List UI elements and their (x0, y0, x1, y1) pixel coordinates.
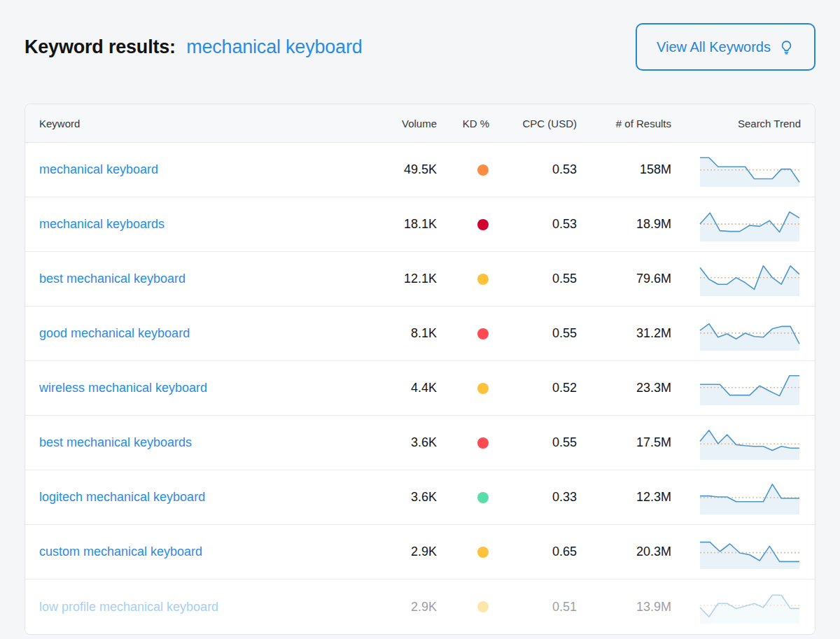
keyword-cell: wireless mechanical keyboard (39, 381, 367, 395)
cpc-cell: 0.55 (489, 272, 577, 286)
kd-difficulty-dot (477, 274, 489, 285)
table-row: custom mechanical keyboard 2.9K 0.65 20.… (25, 525, 815, 580)
results-cell: 31.2M (577, 326, 671, 341)
keyword-link[interactable]: mechanical keyboards (39, 217, 164, 231)
results-cell: 12.3M (577, 490, 671, 505)
table-row: mechanical keyboard 49.5K 0.53 158M (25, 143, 815, 197)
kd-difficulty-dot (477, 437, 489, 449)
kd-cell (437, 492, 489, 503)
search-trend-sparkline (699, 152, 801, 188)
kd-cell (437, 274, 489, 285)
trend-cell (671, 316, 801, 352)
view-all-keywords-label: View All Keywords (657, 39, 771, 55)
trend-cell (671, 261, 801, 297)
kd-difficulty-dot (477, 164, 489, 176)
results-cell: 17.5M (577, 435, 671, 450)
trend-cell (671, 206, 801, 243)
column-header-kd: KD % (437, 118, 489, 129)
cpc-cell: 0.53 (489, 162, 577, 177)
keyword-cell: mechanical keyboard (39, 162, 367, 177)
search-trend-sparkline (699, 370, 801, 407)
column-header-keyword: Keyword (39, 118, 367, 129)
search-trend-sparkline (699, 425, 801, 461)
volume-cell: 18.1K (367, 217, 437, 232)
volume-cell: 4.4K (367, 381, 437, 395)
volume-cell: 49.5K (367, 162, 437, 177)
volume-cell: 12.1K (367, 272, 437, 286)
kd-cell (437, 437, 489, 449)
table-row: logitech mechanical keyboard 3.6K 0.33 1… (25, 470, 815, 525)
trend-cell (671, 152, 801, 188)
lightbulb-icon (778, 39, 794, 55)
keyword-cell: mechanical keyboards (39, 217, 367, 232)
search-trend-sparkline (699, 589, 801, 625)
column-header-volume: Volume (367, 118, 437, 129)
table-row: best mechanical keyboards 3.6K 0.55 17.5… (25, 416, 815, 470)
keyword-results-table: Keyword Volume KD % CPC (USD) # of Resul… (24, 104, 816, 635)
cpc-cell: 0.53 (489, 217, 577, 232)
kd-cell (437, 547, 489, 558)
column-header-results: # of Results (577, 118, 671, 129)
kd-difficulty-dot (477, 219, 489, 230)
keyword-cell: good mechanical keyboard (39, 326, 367, 341)
trend-cell (671, 425, 801, 461)
table-row: best mechanical keyboard 12.1K 0.55 79.6… (25, 252, 815, 307)
cpc-cell: 0.33 (489, 490, 577, 505)
keyword-link[interactable]: good mechanical keyboard (39, 326, 190, 340)
trend-cell (671, 370, 801, 407)
trend-cell (671, 534, 801, 570)
kd-difficulty-dot (477, 383, 489, 394)
table-row: mechanical keyboards 18.1K 0.53 18.9M (25, 197, 815, 252)
column-header-trend: Search Trend (671, 118, 801, 129)
table-row: good mechanical keyboard 8.1K 0.55 31.2M (25, 307, 815, 361)
cpc-cell: 0.55 (489, 326, 577, 341)
keyword-link[interactable]: low profile mechanical keyboard (39, 600, 218, 614)
keyword-link[interactable]: best mechanical keyboards (39, 435, 192, 449)
kd-cell (437, 328, 489, 339)
page-title-label: Keyword results: (24, 36, 176, 57)
volume-cell: 3.6K (367, 490, 437, 505)
cpc-cell: 0.52 (489, 381, 577, 395)
kd-cell (437, 601, 489, 612)
cpc-cell: 0.65 (489, 545, 577, 559)
search-trend-sparkline (699, 316, 801, 352)
view-all-keywords-button[interactable]: View All Keywords (636, 23, 816, 71)
keyword-link[interactable]: mechanical keyboard (39, 162, 158, 176)
search-trend-sparkline (699, 534, 801, 570)
page-title-query: mechanical keyboard (186, 36, 362, 57)
search-trend-sparkline (699, 206, 801, 243)
table-row: wireless mechanical keyboard 4.4K 0.52 2… (25, 361, 815, 416)
keyword-cell: best mechanical keyboards (39, 435, 367, 450)
kd-difficulty-dot (477, 547, 489, 558)
kd-difficulty-dot (477, 492, 489, 503)
trend-cell (671, 479, 801, 516)
keyword-link[interactable]: custom mechanical keyboard (39, 545, 202, 559)
trend-cell (671, 589, 801, 625)
kd-difficulty-dot (477, 601, 489, 612)
keyword-link[interactable]: logitech mechanical keyboard (39, 490, 205, 504)
kd-difficulty-dot (477, 328, 489, 339)
keyword-cell: low profile mechanical keyboard (39, 600, 367, 615)
keyword-cell: custom mechanical keyboard (39, 545, 367, 559)
results-cell: 20.3M (577, 545, 671, 559)
kd-cell (437, 219, 489, 230)
keyword-cell: logitech mechanical keyboard (39, 490, 367, 505)
page-title: Keyword results: mechanical keyboard (24, 36, 363, 58)
kd-cell (437, 164, 489, 176)
results-cell: 18.9M (577, 217, 671, 232)
table-row: low profile mechanical keyboard 2.9K 0.5… (25, 580, 815, 634)
table-body: mechanical keyboard 49.5K 0.53 158M mech… (25, 143, 815, 634)
results-cell: 13.9M (577, 600, 671, 615)
results-cell: 158M (577, 162, 671, 177)
volume-cell: 3.6K (367, 435, 437, 450)
volume-cell: 8.1K (367, 326, 437, 341)
column-header-cpc: CPC (USD) (489, 118, 577, 129)
results-cell: 23.3M (577, 381, 671, 395)
keyword-link[interactable]: wireless mechanical keyboard (39, 381, 207, 395)
cpc-cell: 0.55 (489, 435, 577, 450)
keyword-link[interactable]: best mechanical keyboard (39, 272, 186, 286)
keyword-cell: best mechanical keyboard (39, 272, 367, 286)
cpc-cell: 0.51 (489, 600, 577, 615)
volume-cell: 2.9K (367, 600, 437, 615)
results-cell: 79.6M (577, 272, 671, 286)
